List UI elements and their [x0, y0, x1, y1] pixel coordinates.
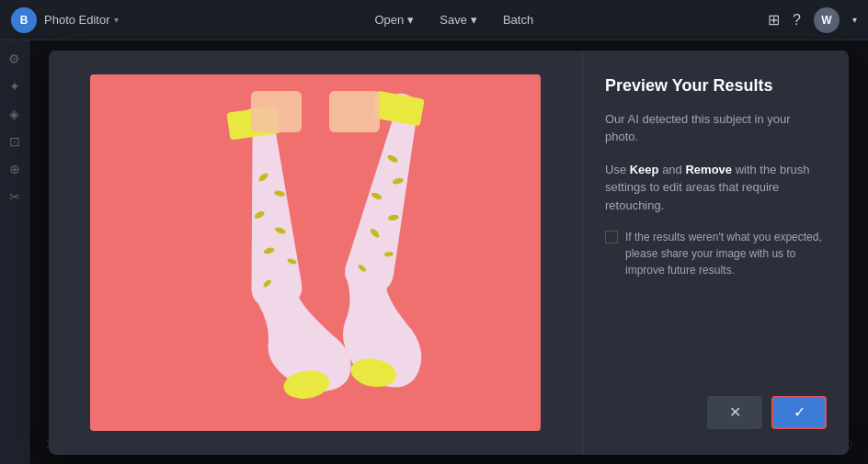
svg-rect-19 [329, 91, 380, 132]
svg-rect-18 [251, 91, 302, 132]
user-avatar[interactable]: W [814, 7, 839, 33]
sidebar-tool-3[interactable]: ◈ [4, 103, 26, 125]
preview-modal: Preview Your Results Our AI detected thi… [49, 51, 849, 455]
modal-overlay: Preview Your Results Our AI detected thi… [29, 40, 868, 464]
panel-title: Preview Your Results [605, 76, 827, 96]
menu-open[interactable]: Open ▾ [374, 13, 414, 27]
panel-text-ai: Our AI detected this subject in your pho… [605, 110, 827, 146]
modal-buttons: ✕ ✓ [605, 396, 827, 429]
sidebar-tool-6[interactable]: ✂ [4, 186, 26, 208]
topbar-menu: Open ▾ Save ▾ Batch [141, 13, 769, 27]
image-background [90, 74, 541, 431]
app-name: Photo Editor [44, 13, 110, 27]
confirm-button[interactable]: ✓ [771, 396, 827, 429]
sidebar-tool-4[interactable]: ⊡ [4, 130, 26, 153]
menu-batch[interactable]: Batch [503, 13, 533, 27]
topbar: B Photo Editor ▾ Open ▾ Save ▾ Batch ⊞ ?… [0, 0, 868, 40]
socks-illustration [168, 91, 463, 431]
preview-image [90, 74, 541, 431]
left-sidebar: ⚙ ✦ ◈ ⊡ ⊕ ✂ [0, 40, 29, 464]
topbar-right: ⊞ ? W ▾ [768, 7, 857, 33]
app-logo[interactable]: B [11, 7, 37, 33]
modal-image-side [49, 51, 582, 455]
share-checkbox[interactable] [605, 231, 618, 243]
canvas-area: Preview Your Results Our AI detected thi… [29, 40, 868, 464]
sidebar-tool-5[interactable]: ⊕ [4, 158, 26, 180]
modal-right-panel: Preview Your Results Our AI detected thi… [582, 51, 849, 455]
monitor-icon[interactable]: ⊞ [768, 11, 780, 28]
sidebar-tool-2[interactable]: ✦ [4, 75, 26, 97]
help-icon[interactable]: ? [793, 12, 801, 28]
menu-save[interactable]: Save ▾ [440, 13, 477, 27]
main-area: ⚙ ✦ ◈ ⊡ ⊕ ✂ [0, 40, 868, 464]
cancel-button[interactable]: ✕ [707, 396, 762, 429]
account-chevron-icon[interactable]: ▾ [852, 15, 857, 25]
app-name-chevron[interactable]: ▾ [114, 15, 119, 25]
panel-text-instructions: Use Keep and Remove with the brush setti… [605, 161, 827, 215]
share-checkbox-label: If the results weren't what you expected… [625, 229, 827, 278]
share-checkbox-row: If the results weren't what you expected… [605, 229, 827, 278]
sidebar-tool-1[interactable]: ⚙ [4, 48, 26, 70]
